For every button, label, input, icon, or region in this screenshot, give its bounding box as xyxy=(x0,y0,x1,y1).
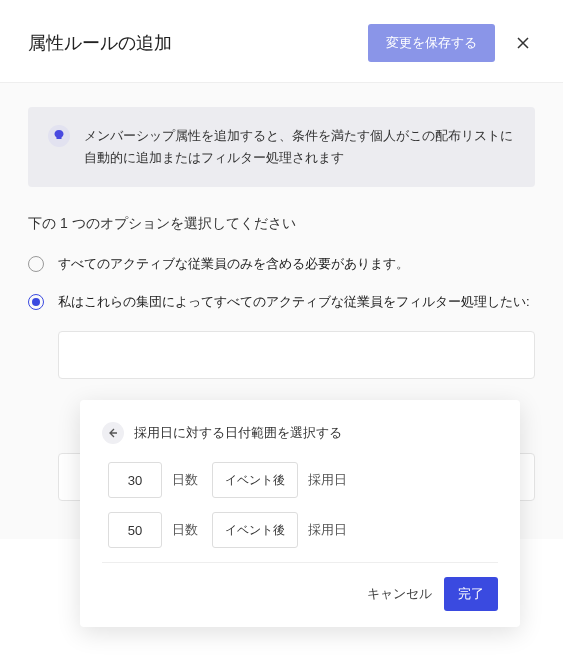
info-text: メンバーシップ属性を追加すると、条件を満たす個人がこの配布リストに自動的に追加ま… xyxy=(84,125,515,169)
option-all-active[interactable]: すべてのアクティブな従業員のみを含める必要があります。 xyxy=(28,255,535,273)
popup-footer: キャンセル 完了 xyxy=(102,562,498,611)
field-label: 採用日 xyxy=(308,521,347,539)
radio-label: 私はこれらの集団によってすべてのアクティブな従業員をフィルター処理したい: xyxy=(58,293,530,311)
date-range-row: 日数 イベント後 採用日 xyxy=(102,512,498,548)
option-filter-by-groups[interactable]: 私はこれらの集団によってすべてのアクティブな従業員をフィルター処理したい: xyxy=(28,293,535,311)
save-button[interactable]: 変更を保存する xyxy=(368,24,495,62)
close-icon xyxy=(515,35,531,51)
date-range-row: 日数 イベント後 採用日 xyxy=(102,462,498,498)
radio-icon xyxy=(28,294,44,310)
radio-icon xyxy=(28,256,44,272)
arrow-left-icon xyxy=(108,428,118,438)
dialog-title: 属性ルールの追加 xyxy=(28,31,172,55)
options-radio-group: すべてのアクティブな従業員のみを含める必要があります。 私はこれらの集団によって… xyxy=(28,255,535,311)
done-button[interactable]: 完了 xyxy=(444,577,498,611)
days-input[interactable] xyxy=(108,462,162,498)
header-actions: 変更を保存する xyxy=(368,24,535,62)
popup-header: 採用日に対する日付範囲を選択する xyxy=(102,422,498,444)
info-banner: メンバーシップ属性を追加すると、条件を満たす個人がこの配布リストに自動的に追加ま… xyxy=(28,107,535,187)
timing-select[interactable]: イベント後 xyxy=(212,512,298,548)
dialog-header: 属性ルールの追加 変更を保存する xyxy=(0,0,563,83)
date-range-popup: 採用日に対する日付範囲を選択する 日数 イベント後 採用日 日数 イベント後 採… xyxy=(80,400,520,627)
timing-select[interactable]: イベント後 xyxy=(212,462,298,498)
section-label: 下の 1 つのオプションを選択してください xyxy=(28,215,535,233)
days-input[interactable] xyxy=(108,512,162,548)
days-label: 日数 xyxy=(172,471,202,489)
field-label: 採用日 xyxy=(308,471,347,489)
close-button[interactable] xyxy=(511,31,535,55)
radio-label: すべてのアクティブな従業員のみを含める必要があります。 xyxy=(58,255,409,273)
filter-card[interactable] xyxy=(58,331,535,379)
popup-title: 採用日に対する日付範囲を選択する xyxy=(134,424,342,442)
back-button[interactable] xyxy=(102,422,124,444)
cancel-button[interactable]: キャンセル xyxy=(367,585,432,603)
days-label: 日数 xyxy=(172,521,202,539)
lightbulb-icon xyxy=(48,125,70,147)
